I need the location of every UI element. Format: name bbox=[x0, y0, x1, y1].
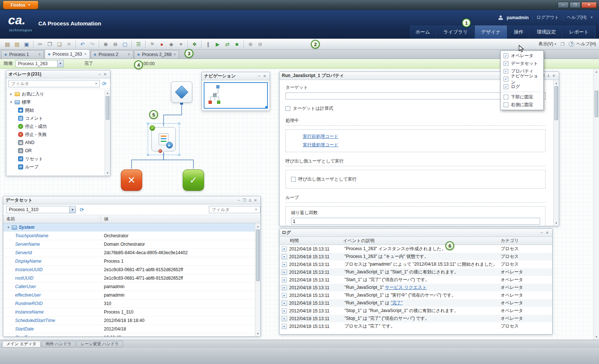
dataset-row[interactable]: RuntimeROID310 bbox=[3, 300, 260, 308]
checked-checkbox-icon[interactable]: ✓ bbox=[504, 61, 508, 66]
checked-checkbox-icon[interactable]: ✓ bbox=[504, 53, 508, 58]
column-header-time[interactable]: 時間 bbox=[280, 238, 343, 244]
unchecked-checkbox-icon[interactable] bbox=[504, 102, 508, 107]
debug-icon[interactable]: ◆ bbox=[167, 40, 176, 49]
log-row[interactable]: ▸2012/04/18 15:13:11"Process 1_263" は "キ… bbox=[280, 253, 552, 260]
scroll-up-icon[interactable]: ▲ bbox=[105, 90, 110, 95]
nav-tab-operations[interactable]: 操作 bbox=[507, 25, 530, 39]
redo-icon[interactable]: ↷ bbox=[88, 40, 97, 49]
close-tab-icon[interactable]: ✕ bbox=[127, 53, 130, 56]
view-menu-item-navigation[interactable]: ✓ナビゲーション bbox=[501, 75, 543, 83]
watch-icon[interactable]: ✦ bbox=[176, 40, 185, 49]
operator-item-stop-failure[interactable]: ✕停止 - 失敗 bbox=[6, 130, 110, 139]
popout-icon[interactable]: ❐ bbox=[561, 42, 565, 47]
run-javascript-node[interactable]: ▶ ✓ bbox=[151, 127, 176, 151]
log-row[interactable]: ▸2012/04/18 15:13:11"Run_JavaScript_1" は… bbox=[280, 291, 552, 299]
dataset-filter-input[interactable] bbox=[209, 206, 260, 213]
operators-panel-header[interactable]: オペレータ(231) ─ ✕ bbox=[6, 70, 110, 78]
new-icon[interactable]: ▤ bbox=[3, 40, 12, 49]
scroll-up-icon[interactable]: ▲ bbox=[594, 69, 599, 74]
anchor-panel-icon[interactable]: ⚓ bbox=[546, 73, 551, 78]
unlink-icon[interactable]: ⊘ bbox=[256, 40, 265, 49]
unchecked-checkbox-icon[interactable] bbox=[291, 177, 296, 182]
operators-filter-input[interactable] bbox=[8, 80, 100, 87]
close-panel-icon[interactable]: ✕ bbox=[544, 230, 550, 235]
expand-row-icon[interactable]: ▸ bbox=[282, 293, 287, 298]
scroll-down-icon[interactable]: ▼ bbox=[594, 334, 599, 339]
tab-main-editor[interactable]: メイン エディタ bbox=[2, 341, 41, 347]
save-icon[interactable]: ▣ bbox=[22, 40, 31, 49]
refresh-icon[interactable]: ⟳ bbox=[101, 81, 108, 87]
dataset-row[interactable]: ScheduledStartTime2012/04/18 16:18:40 bbox=[3, 316, 260, 325]
log-row[interactable]: ▸2012/04/18 15:13:11"Run_JavaScript_1" は… bbox=[280, 299, 552, 307]
operator-item-start[interactable]: ◆開始 bbox=[6, 106, 110, 114]
dataset-row[interactable]: InstanceUUID2e1c9c83-0681-4f71-abf8-9152… bbox=[3, 266, 260, 274]
scroll-down-icon[interactable]: ▼ bbox=[255, 331, 260, 336]
checked-checkbox-icon[interactable]: ✓ bbox=[504, 77, 508, 81]
nav-tab-designer[interactable]: デザイナ bbox=[474, 25, 507, 39]
doc-tab-process-1[interactable]: ❖Process 1✕ bbox=[1, 50, 44, 59]
firefox-menu-button[interactable]: Firefox ▼ bbox=[3, 1, 38, 9]
checked-checkbox-icon[interactable]: ✓ bbox=[504, 69, 508, 74]
view-menu-item-dataset[interactable]: ✓データセット bbox=[501, 60, 543, 67]
scroll-down-icon[interactable]: ▼ bbox=[105, 170, 110, 175]
hierarchy-combo[interactable]: Process 1_263 ▼ bbox=[15, 60, 64, 67]
anchor-panel-icon[interactable]: ⚓ bbox=[247, 197, 253, 203]
expand-row-icon[interactable]: ▸ bbox=[282, 262, 287, 267]
dataset-row[interactable]: StartDate2012/04/18 bbox=[3, 325, 260, 333]
canvas-scrollbar[interactable]: ▲ ▼ bbox=[593, 69, 599, 340]
doc-tab-process-1-263[interactable]: ❖Process 1_263✕ bbox=[45, 49, 90, 59]
operator-item-reset[interactable]: ↺リセット bbox=[6, 155, 110, 163]
doc-tab-process-2[interactable]: ❖Process 2✕ bbox=[91, 50, 133, 59]
minimize-panel-icon[interactable]: ─ bbox=[256, 73, 262, 79]
operator-item-loop[interactable]: ⟳ループ bbox=[6, 163, 110, 171]
scroll-up-icon[interactable]: ▲ bbox=[255, 224, 260, 229]
open-icon[interactable]: ▧ bbox=[13, 40, 21, 49]
log-row[interactable]: ▸2012/04/18 15:13:11"Start_1" は "完了" ("現… bbox=[280, 276, 552, 284]
clear-filter-icon[interactable]: ✕ bbox=[255, 208, 258, 211]
scrollbar-thumb[interactable] bbox=[106, 96, 109, 120]
delete-icon[interactable]: ✕ bbox=[64, 40, 73, 49]
column-header-description[interactable]: イベントの説明 bbox=[343, 238, 501, 244]
expand-row-icon[interactable]: ▸ bbox=[282, 316, 287, 321]
minimize-button[interactable]: ─ bbox=[558, 2, 569, 8]
close-panel-icon[interactable]: ✕ bbox=[551, 73, 557, 78]
close-button[interactable]: ✕ bbox=[581, 2, 597, 8]
clear-filter-icon[interactable]: ✕ bbox=[95, 82, 98, 85]
close-panel-icon[interactable]: ✕ bbox=[253, 197, 258, 203]
nav-tab-configuration[interactable]: 環境設定 bbox=[530, 25, 563, 39]
restore-button[interactable]: ❐ bbox=[570, 2, 581, 8]
resize-handle[interactable] bbox=[147, 123, 149, 125]
expand-row-icon[interactable]: ▸ bbox=[282, 285, 287, 290]
stop-success-node[interactable]: ✓ bbox=[183, 169, 204, 191]
properties-scrollbar[interactable]: ▲ ▼ bbox=[553, 80, 559, 226]
logout-link[interactable]: ログアウト bbox=[536, 14, 559, 21]
zoom-out-icon[interactable]: ⊖ bbox=[111, 40, 120, 49]
dataset-scrollbar[interactable]: ▲ ▼ bbox=[255, 223, 260, 336]
pause-icon[interactable]: ∥ bbox=[204, 40, 213, 49]
resume-icon[interactable]: ▶ bbox=[213, 40, 222, 49]
breakpoint-icon[interactable]: ● bbox=[157, 40, 166, 49]
nav-tab-reports[interactable]: レポート bbox=[563, 25, 595, 39]
group-icon[interactable]: ❖ bbox=[190, 40, 199, 49]
step-icon[interactable]: ⇄ bbox=[223, 40, 232, 49]
dataset-row[interactable]: rootUUID2e1c9c83-0681-4f71-abf8-9152d826… bbox=[3, 274, 260, 283]
pre-exec-code-link[interactable]: 実行前処理コード bbox=[303, 133, 339, 140]
unchecked-checkbox-icon[interactable] bbox=[504, 95, 508, 99]
minimap[interactable] bbox=[204, 82, 268, 109]
dataset-row[interactable]: ServerNameDomain Orchestrator bbox=[3, 240, 260, 249]
expand-arrow-icon[interactable]: ▸ bbox=[9, 92, 13, 96]
view-menu-item-dock-right[interactable]: 右側に固定 bbox=[501, 101, 543, 109]
header-help-link[interactable]: ヘルプ(H) bbox=[567, 14, 587, 21]
log-row[interactable]: ▸2012/04/18 15:13:11"Run_JavaScript_1" は… bbox=[280, 268, 552, 276]
tab-lane-change-handler[interactable]: レーン変更 ハンドラ bbox=[77, 341, 123, 347]
close-tab-icon[interactable]: ✕ bbox=[174, 53, 176, 56]
nav-tab-library[interactable]: ライブラリ bbox=[437, 25, 474, 39]
dataset-row[interactable]: StartTime16:18:40 bbox=[3, 333, 260, 336]
doc-tab-process-2-268[interactable]: ❖Process 2_268✕ bbox=[134, 50, 179, 59]
operator-item-comment[interactable]: ▤コメント bbox=[6, 114, 110, 122]
layout-icon[interactable]: ☰ bbox=[134, 40, 143, 49]
operator-group-favorites[interactable]: ▸お気に入り bbox=[6, 90, 110, 98]
tab-exception-handler[interactable]: 例外 ハンドラ bbox=[42, 341, 76, 347]
log-row[interactable]: ▸2012/04/18 15:13:11"Stop_1" は "Run_Java… bbox=[280, 307, 552, 315]
